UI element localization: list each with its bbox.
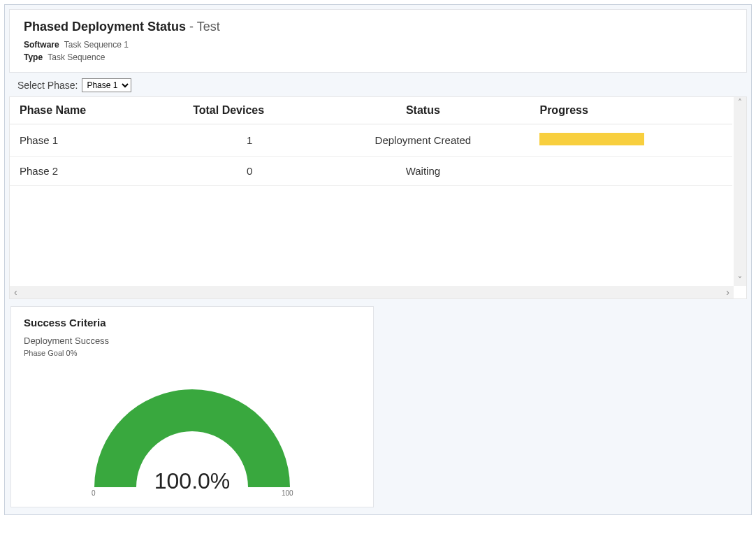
gauge-chart: 100.0% 0 100	[59, 361, 325, 501]
type-value: Task Sequence	[48, 52, 105, 62]
type-label: Type	[24, 52, 43, 62]
col-total-devices: Total Devices	[183, 97, 313, 124]
vertical-scrollbar[interactable]: ˄ ˅	[734, 97, 746, 286]
cell-status: Deployment Created	[313, 124, 530, 157]
page-title: Phased Deployment Status - Test	[24, 20, 732, 34]
col-phase-name: Phase Name	[10, 97, 183, 124]
title-main: Phased Deployment Status	[24, 20, 186, 34]
software-value: Task Sequence 1	[64, 40, 129, 50]
horizontal-scrollbar[interactable]: ‹ ›	[10, 286, 734, 298]
scroll-down-icon[interactable]: ˅	[738, 276, 742, 284]
phase-table-panel: Phase Name Total Devices Status Progress…	[9, 96, 747, 299]
phased-deployment-status-frame: Phased Deployment Status - Test Software…	[4, 4, 752, 515]
cell-progress	[530, 124, 732, 157]
success-criteria-panel: Success Criteria Deployment Success Phas…	[10, 306, 374, 507]
col-status: Status	[313, 97, 530, 124]
scroll-right-icon[interactable]: ›	[726, 287, 729, 297]
cell-status: Waiting	[313, 157, 530, 186]
criteria-title: Success Criteria	[24, 317, 361, 329]
cell-phase-name: Phase 1	[10, 124, 183, 157]
software-label: Software	[24, 40, 59, 50]
criteria-goal: Phase Goal 0%	[24, 349, 361, 357]
type-line: Type Task Sequence	[24, 52, 732, 62]
cell-phase-name: Phase 2	[10, 157, 183, 186]
phase-table-scroll: Phase Name Total Devices Status Progress…	[10, 97, 746, 286]
col-progress: Progress	[530, 97, 732, 124]
criteria-subtitle: Deployment Success	[24, 336, 361, 346]
progress-bar	[539, 133, 644, 145]
software-line: Software Task Sequence 1	[24, 40, 732, 50]
header-panel: Phased Deployment Status - Test Software…	[9, 9, 747, 73]
title-suffix: - Test	[186, 20, 220, 34]
gauge-tick-max: 100	[282, 489, 293, 497]
phase-selector-row: Select Phase: Phase 1Phase 2	[9, 73, 747, 96]
scroll-left-icon[interactable]: ‹	[14, 287, 17, 297]
table-row[interactable]: Phase 11Deployment Created	[10, 124, 732, 157]
phase-select[interactable]: Phase 1Phase 2	[82, 78, 131, 92]
phase-table-body: Phase 11Deployment CreatedPhase 20Waitin…	[10, 124, 732, 186]
cell-total-devices: 1	[183, 124, 313, 157]
table-row[interactable]: Phase 20Waiting	[10, 157, 732, 186]
select-phase-label: Select Phase:	[17, 80, 78, 91]
phase-table-header-row: Phase Name Total Devices Status Progress	[10, 97, 732, 124]
gauge-tick-min: 0	[92, 489, 96, 497]
phase-table: Phase Name Total Devices Status Progress…	[10, 97, 732, 186]
cell-total-devices: 0	[183, 157, 313, 186]
scroll-up-icon[interactable]: ˄	[738, 99, 742, 107]
cell-progress	[530, 157, 732, 186]
